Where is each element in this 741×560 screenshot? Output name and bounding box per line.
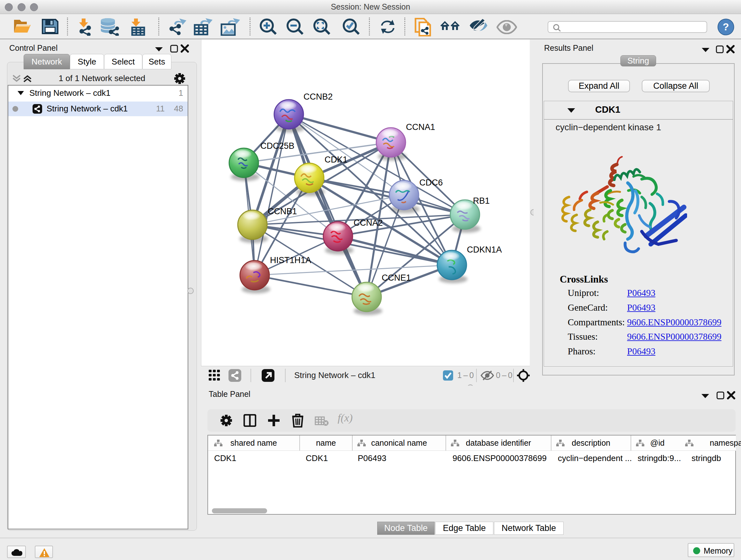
svg-text:CDKN1A: CDKN1A <box>467 245 502 254</box>
svg-text:CDC25B: CDC25B <box>260 141 294 151</box>
svg-text:?: ? <box>723 21 729 33</box>
svg-text:CCNE1: CCNE1 <box>382 273 411 283</box>
svg-text:RB1: RB1 <box>473 196 490 206</box>
svg-text:CCNB2: CCNB2 <box>304 92 333 102</box>
svg-text:CCNA1: CCNA1 <box>406 122 435 132</box>
svg-text:HIST1H1A: HIST1H1A <box>270 255 311 265</box>
svg-text:CCNA2: CCNA2 <box>354 218 383 228</box>
svg-text:CDC6: CDC6 <box>419 178 443 187</box>
svg-text:CCNB1: CCNB1 <box>268 206 297 216</box>
svg-text:CDK1: CDK1 <box>325 155 347 165</box>
